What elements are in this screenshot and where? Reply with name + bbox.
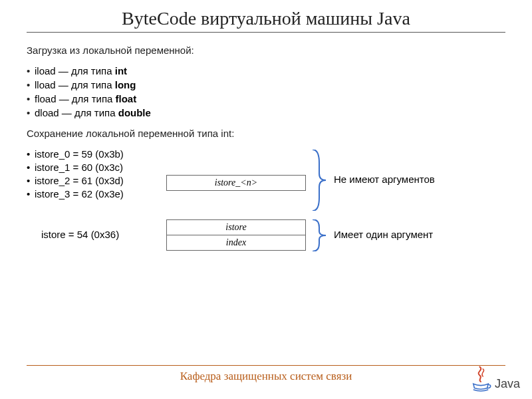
opcode: lload: [35, 79, 56, 90]
type-name: int: [115, 65, 127, 76]
istore-n-box: istore_<n>: [166, 175, 306, 191]
list-item: iload — для типа int: [27, 65, 505, 76]
list-item: istore_1 = 60 (0x3c): [27, 162, 505, 173]
type-name: double: [118, 107, 151, 118]
section-store-label: Сохранение локальной переменной типа int…: [27, 128, 505, 139]
list-item: istore_0 = 59 (0x3b): [27, 148, 505, 160]
istore-single-group: istore = 54 (0x36) istore index Имеет од…: [27, 219, 505, 259]
coffee-cup-icon: [469, 366, 492, 392]
footer: Кафедра защищенных систем связи: [0, 365, 532, 383]
department-label: Кафедра защищенных систем связи: [0, 370, 532, 383]
op-text: — для типа: [59, 107, 118, 118]
load-list: iload — для типа int lload — для типа lo…: [27, 65, 505, 118]
title-divider: [27, 32, 505, 33]
bracket-icon: [311, 150, 326, 211]
op-text: — для типа: [56, 65, 115, 76]
istore-index-box: istore index: [166, 219, 306, 251]
box-cell-index: index: [167, 235, 305, 250]
opcode: fload: [35, 93, 57, 104]
list-item: fload — для типа float: [27, 93, 505, 104]
type-name: float: [116, 93, 137, 104]
bracket-icon: [311, 219, 326, 251]
section-load-label: Загрузка из локальной переменной:: [27, 45, 505, 56]
note-one-arg: Имеет один аргумент: [334, 229, 433, 240]
slide: ByteCode виртуальной машины Java Загрузк…: [0, 0, 532, 399]
istore-group: istore_0 = 59 (0x3b) istore_1 = 60 (0x3c…: [27, 148, 505, 200]
java-word: Java: [495, 377, 520, 392]
note-no-args: Не имеют аргументов: [334, 174, 435, 185]
list-item: lload — для типа long: [27, 79, 505, 90]
box-cell-istore: istore: [167, 220, 305, 235]
op-text: — для типа: [57, 93, 116, 104]
slide-title: ByteCode виртуальной машины Java: [27, 8, 505, 29]
opcode: dload: [35, 107, 59, 118]
opcode: iload: [35, 65, 56, 76]
java-logo: Java: [469, 366, 520, 392]
list-item: dload — для типа double: [27, 107, 505, 118]
type-name: long: [115, 79, 136, 90]
istore-single-label: istore = 54 (0x36): [41, 229, 119, 240]
op-text: — для типа: [56, 79, 115, 90]
footer-divider: [27, 365, 505, 366]
